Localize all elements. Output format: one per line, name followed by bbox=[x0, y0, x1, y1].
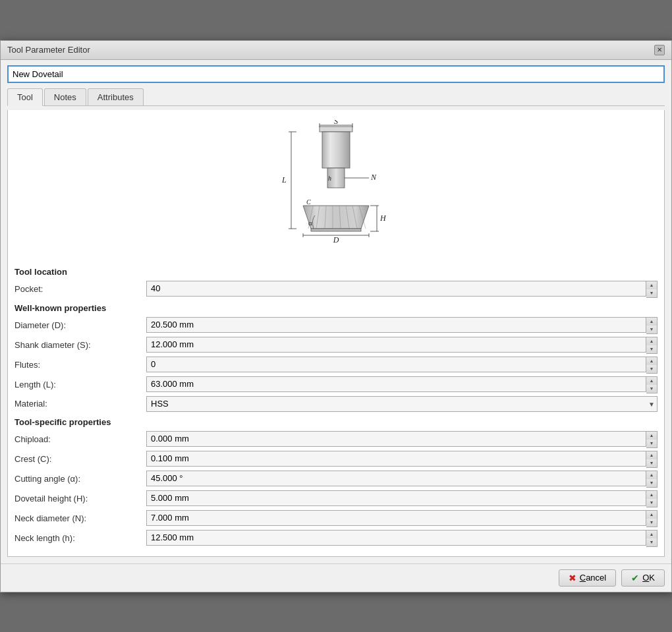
length-input[interactable] bbox=[146, 376, 646, 392]
dovetail-height-input[interactable] bbox=[146, 490, 646, 506]
svg-text:S: S bbox=[334, 120, 338, 126]
dovetail-height-spin-down[interactable]: ▼ bbox=[646, 499, 657, 507]
pocket-label: Pocket: bbox=[14, 284, 146, 294]
material-row: Material: HSS Carbide HSS-Co Other ▼ bbox=[14, 396, 658, 412]
flutes-spin-up[interactable]: ▲ bbox=[646, 357, 657, 365]
dialog-footer: ✖ Cancel ✔ OK bbox=[1, 563, 671, 592]
svg-rect-1 bbox=[322, 132, 350, 168]
neck-diameter-spin-up[interactable]: ▲ bbox=[646, 511, 657, 519]
length-spin-up[interactable]: ▲ bbox=[646, 377, 657, 385]
dovetail-height-row: Dovetail height (H): ▲ ▼ bbox=[14, 490, 658, 507]
pocket-spin-up[interactable]: ▲ bbox=[646, 281, 657, 289]
tab-tool[interactable]: Tool bbox=[7, 88, 43, 106]
diameter-label: Diameter (D): bbox=[14, 320, 146, 330]
well-known-header: Well-known properties bbox=[14, 303, 658, 313]
diameter-spin-down[interactable]: ▼ bbox=[646, 326, 657, 333]
cutting-angle-input-wrap: ▲ ▼ bbox=[146, 471, 658, 488]
neck-diameter-input-wrap: ▲ ▼ bbox=[146, 510, 658, 527]
neck-diameter-row: Neck diameter (N): ▲ ▼ bbox=[14, 510, 658, 527]
svg-text:C: C bbox=[306, 198, 311, 206]
diameter-row: Diameter (D): ▲ ▼ bbox=[14, 317, 658, 334]
diameter-input[interactable] bbox=[146, 317, 646, 333]
diameter-spinner: ▲ ▼ bbox=[646, 317, 658, 334]
neck-length-spinner: ▲ ▼ bbox=[646, 530, 658, 547]
crest-spin-down[interactable]: ▼ bbox=[646, 459, 657, 467]
shank-diameter-spinner: ▲ ▼ bbox=[646, 337, 658, 354]
shank-diameter-row: Shank diameter (S): ▲ ▼ bbox=[14, 337, 658, 354]
chipload-input-wrap: ▲ ▼ bbox=[146, 431, 658, 448]
ok-button[interactable]: ✔ OK bbox=[621, 569, 665, 587]
material-select-wrap: HSS Carbide HSS-Co Other ▼ bbox=[146, 396, 658, 412]
svg-text:h: h bbox=[328, 175, 331, 182]
chipload-spinner: ▲ ▼ bbox=[646, 431, 658, 448]
flutes-input[interactable] bbox=[146, 357, 646, 372]
neck-length-row: Neck length (h): ▲ ▼ bbox=[14, 530, 658, 547]
ok-icon: ✔ bbox=[631, 573, 639, 583]
chipload-spin-up[interactable]: ▲ bbox=[646, 432, 657, 440]
svg-rect-0 bbox=[320, 127, 352, 132]
tab-attributes[interactable]: Attributes bbox=[88, 88, 144, 105]
svg-text:α: α bbox=[308, 219, 312, 227]
shank-diameter-input[interactable] bbox=[146, 337, 646, 353]
dovetail-height-spin-up[interactable]: ▲ bbox=[646, 491, 657, 499]
tab-bar: Tool Notes Attributes bbox=[7, 88, 665, 106]
pocket-input[interactable] bbox=[146, 281, 646, 297]
tool-parameter-editor-dialog: Tool Parameter Editor ✕ Tool Notes Attri… bbox=[0, 40, 672, 592]
crest-label: Crest (C): bbox=[14, 454, 146, 464]
cutting-angle-spin-down[interactable]: ▼ bbox=[646, 479, 657, 487]
length-input-wrap: ▲ ▼ bbox=[146, 376, 658, 393]
chipload-label: Chipload: bbox=[14, 434, 146, 444]
flutes-input-wrap: ▲ ▼ bbox=[146, 357, 658, 374]
window-title: Tool Parameter Editor bbox=[7, 45, 90, 55]
dovetail-height-spinner: ▲ ▼ bbox=[646, 490, 658, 507]
tool-diagram: S N H D bbox=[14, 117, 658, 262]
cancel-label: Cancel bbox=[580, 573, 606, 583]
shank-diameter-spin-down[interactable]: ▼ bbox=[646, 345, 657, 353]
flutes-spinner: ▲ ▼ bbox=[646, 357, 658, 374]
pocket-input-wrap: ▲ ▼ bbox=[146, 281, 658, 298]
neck-diameter-input[interactable] bbox=[146, 510, 646, 526]
neck-length-spin-up[interactable]: ▲ bbox=[646, 531, 657, 538]
cutting-angle-input[interactable] bbox=[146, 471, 646, 486]
cancel-button[interactable]: ✖ Cancel bbox=[559, 569, 616, 587]
chipload-spin-down[interactable]: ▼ bbox=[646, 440, 657, 447]
flutes-label: Flutes: bbox=[14, 360, 146, 370]
neck-length-spin-down[interactable]: ▼ bbox=[646, 538, 657, 546]
length-spin-down[interactable]: ▼ bbox=[646, 385, 657, 393]
svg-rect-12 bbox=[311, 229, 361, 231]
chipload-row: Chipload: ▲ ▼ bbox=[14, 431, 658, 448]
crest-spin-up[interactable]: ▲ bbox=[646, 451, 657, 459]
crest-input[interactable] bbox=[146, 451, 646, 467]
crest-spinner: ▲ ▼ bbox=[646, 451, 658, 468]
close-button[interactable]: ✕ bbox=[654, 45, 665, 55]
pocket-spin-down[interactable]: ▼ bbox=[646, 289, 657, 297]
pocket-spinner: ▲ ▼ bbox=[646, 281, 658, 298]
flutes-spin-down[interactable]: ▼ bbox=[646, 365, 657, 373]
flutes-row: Flutes: ▲ ▼ bbox=[14, 357, 658, 374]
neck-diameter-spinner: ▲ ▼ bbox=[646, 510, 658, 527]
material-label: Material: bbox=[14, 399, 146, 409]
cutting-angle-spinner: ▲ ▼ bbox=[646, 471, 658, 488]
ok-label: OK bbox=[642, 573, 655, 583]
cancel-icon: ✖ bbox=[569, 573, 576, 583]
tool-specific-header: Tool-specific properties bbox=[14, 417, 658, 427]
neck-diameter-label: Neck diameter (N): bbox=[14, 513, 146, 523]
tool-name-input[interactable] bbox=[7, 65, 665, 83]
diameter-input-wrap: ▲ ▼ bbox=[146, 317, 658, 334]
shank-diameter-input-wrap: ▲ ▼ bbox=[146, 337, 658, 354]
svg-text:N: N bbox=[370, 173, 377, 182]
chipload-input[interactable] bbox=[146, 431, 646, 447]
material-select[interactable]: HSS Carbide HSS-Co Other bbox=[146, 396, 658, 412]
tab-content-tool: S N H D bbox=[7, 110, 665, 557]
title-bar: Tool Parameter Editor ✕ bbox=[1, 41, 671, 60]
neck-length-input[interactable] bbox=[146, 530, 646, 546]
length-label: Length (L): bbox=[14, 380, 146, 389]
cutting-angle-spin-up[interactable]: ▲ bbox=[646, 471, 657, 479]
diameter-spin-up[interactable]: ▲ bbox=[646, 318, 657, 326]
tool-location-header: Tool location bbox=[14, 267, 658, 277]
tab-notes[interactable]: Notes bbox=[44, 88, 86, 105]
crest-input-wrap: ▲ ▼ bbox=[146, 451, 658, 468]
dialog-body: Tool Notes Attributes bbox=[1, 60, 671, 563]
shank-diameter-spin-up[interactable]: ▲ bbox=[646, 337, 657, 345]
neck-diameter-spin-down[interactable]: ▼ bbox=[646, 519, 657, 527]
